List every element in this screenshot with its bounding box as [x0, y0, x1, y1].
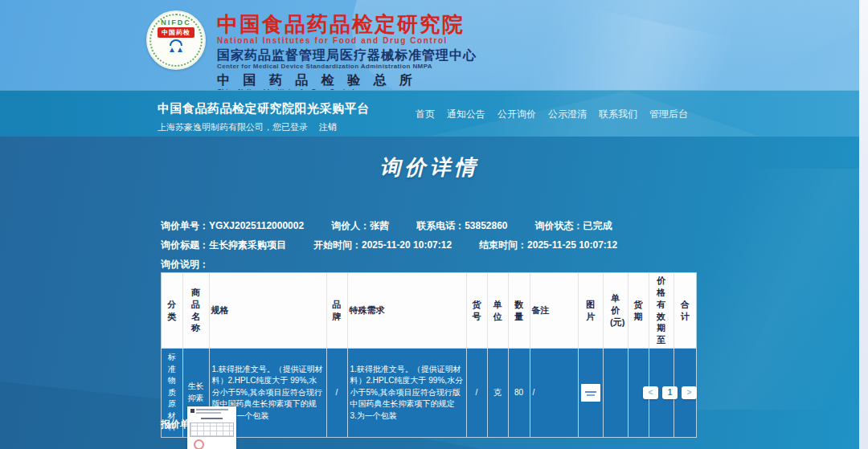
col-image: 图片 [578, 273, 603, 349]
org-name-cn: 中国食品药品检定研究院 [217, 13, 667, 35]
col-product-name: 商品名称 [182, 273, 209, 349]
institute-name-cn: 中 国 药 品 检 验 总 所 [217, 73, 667, 87]
inquiry-items-table: 分类 商品名称 规格 品牌 特殊需求 货号 单位 数量 备注 图片 单价(元) … [161, 272, 697, 438]
doc-header-line [196, 412, 221, 414]
doc-title-line [201, 418, 223, 419]
table-header-row: 分类 商品名称 规格 品牌 特殊需求 货号 单位 数量 备注 图片 单价(元) … [162, 273, 696, 349]
pagination-page-1-button[interactable]: 1 [662, 386, 678, 399]
col-remark: 备注 [530, 273, 578, 349]
table-pagination: < 1 > [161, 386, 697, 399]
platform-navbar: 中国食品药品检定研究院阳光采购平台 上海苏豪逸明制药有限公司，您已登录注销 首页… [0, 90, 859, 137]
inquirer-field: 询价人：张茜 [331, 220, 389, 231]
col-unit: 单位 [487, 273, 508, 349]
detail-row: 询价单号：YGXJ2025112000002 询价人：张茜 联系电话：53852… [161, 220, 715, 231]
logo-banner-text: 中国药检 [158, 27, 194, 38]
inquiry-details: 询价单号：YGXJ2025112000002 询价人：张茜 联系电话：53852… [161, 220, 715, 278]
logout-link[interactable]: 注销 [319, 122, 337, 132]
col-special-requirements: 特殊需求 [347, 273, 466, 349]
end-time-field: 结束时间：2025-11-25 10:07:12 [479, 239, 617, 251]
center-name-en: Center for Medical Device Standardizatio… [217, 63, 667, 70]
logo-emblem-icon: ▲▲ [168, 39, 184, 53]
col-item-no: 货号 [466, 273, 487, 349]
doc-header-line [196, 409, 228, 410]
site-header: NIFDC 中国药检 ▲▲ 中国食品药品检定研究院 National Insti… [0, 0, 859, 90]
quotation-document-thumbnail[interactable] [187, 406, 236, 449]
login-status-text: 上海苏豪逸明制药有限公司，您已登录 [158, 122, 308, 132]
center-name-cn: 国家药品监督管理局医疗器械标准管理中心 [217, 48, 667, 62]
procurement-inquiry-page: NIFDC 中国药检 ▲▲ 中国食品药品检定研究院 National Insti… [0, 0, 868, 449]
col-category: 分类 [162, 273, 182, 349]
nav-link-admin[interactable]: 管理后台 [649, 108, 688, 121]
doc-table-grid [190, 422, 234, 437]
inquiry-no-field: 询价单号：YGXJ2025112000002 [161, 220, 304, 231]
nav-link-contact[interactable]: 联系我们 [599, 108, 637, 121]
start-time-field: 开始时间：2025-11-20 10:07:12 [313, 239, 452, 251]
pagination-prev-button[interactable]: < [643, 386, 658, 399]
red-stamp-icon [194, 439, 204, 449]
login-status-line: 上海苏豪逸明制药有限公司，您已登录注销 [158, 121, 337, 133]
page-title: 询价详情 [0, 153, 859, 182]
col-spec: 规格 [209, 273, 326, 349]
platform-title: 中国食品药品检定研究院阳光采购平台 [158, 101, 370, 116]
pagination-next-button[interactable]: > [682, 386, 697, 399]
col-unit-price: 单价(元) [603, 273, 628, 349]
col-total: 合计 [674, 273, 696, 349]
col-price-valid-until: 价格有效期至 [649, 273, 674, 349]
doc-logo-mark [190, 409, 194, 413]
inquiry-title-field: 询价标题：生长抑素采购项目 [161, 239, 286, 251]
page-edge-strip [859, 0, 868, 449]
col-delivery-time: 货期 [628, 273, 649, 349]
main-navigation: 首页 通知公告 公开询价 公示澄清 联系我们 管理后台 [416, 91, 688, 137]
nav-link-home[interactable]: 首页 [416, 108, 435, 121]
org-name-en: National Institutes for Food and Drug Co… [217, 36, 667, 45]
institution-titles: 中国食品药品检定研究院 National Institutes for Food… [217, 13, 667, 90]
status-field: 询价状态：已完成 [535, 220, 612, 231]
description-field: 询价说明： [161, 259, 209, 270]
phone-field: 联系电话：53852860 [416, 220, 507, 231]
status-badge: 已完成 [583, 220, 612, 231]
detail-row: 询价标题：生长抑素采购项目 开始时间：2025-11-20 10:07:12 结… [161, 239, 715, 251]
nav-link-clarifications[interactable]: 公示澄清 [548, 108, 587, 121]
col-quantity: 数量 [508, 273, 530, 349]
nifdc-logo: NIFDC 中国药检 ▲▲ [146, 10, 206, 70]
nav-link-announcements[interactable]: 通知公告 [447, 108, 485, 121]
logo-arc-text: NIFDC [161, 18, 191, 27]
col-brand: 品牌 [326, 273, 347, 349]
main-content: 询价详情 询价单号：YGXJ2025112000002 询价人：张茜 联系电话：… [0, 137, 859, 449]
nav-link-open-inquiry[interactable]: 公开询价 [497, 108, 536, 121]
detail-row: 询价说明： [161, 259, 715, 270]
